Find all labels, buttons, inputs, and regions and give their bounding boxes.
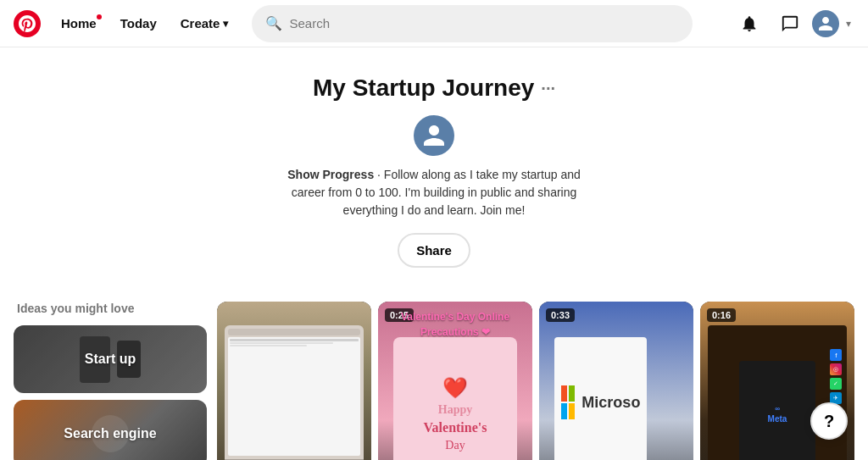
profile-chevron[interactable]: ▾: [843, 14, 854, 33]
duration-badge-4: 0:16: [707, 308, 736, 322]
nav-create[interactable]: Create ▾: [170, 9, 239, 37]
video-thumb-3: Microso: [539, 302, 693, 460]
video-grid: their email goes to this Google Sheet ❤️…: [217, 302, 854, 460]
create-chevron-icon: ▾: [223, 18, 228, 30]
header: Home Today Create ▾ 🔍 ▾: [0, 0, 868, 47]
sidebar-startup-label: Start up: [85, 352, 136, 367]
main-area: Ideas you might love Start up Search eng…: [0, 302, 868, 460]
more-options-icon[interactable]: ···: [541, 79, 555, 98]
avatar-user-icon: [421, 123, 447, 148]
search-icon: 🔍: [265, 15, 282, 31]
nav-home[interactable]: Home: [51, 9, 107, 37]
profile-title: My Startup Journey ···: [14, 75, 854, 102]
messages-button[interactable]: [771, 5, 809, 42]
page-content: My Startup Journey ··· Show Progress · F…: [0, 47, 868, 460]
video-card-2[interactable]: ❤️ Happy Valentine's Day 0:25 Valentine'…: [378, 302, 532, 460]
sidebar-item-startup[interactable]: Start up: [14, 325, 207, 393]
nav-today[interactable]: Today: [110, 9, 167, 37]
sidebar-title: Ideas you might love: [14, 302, 207, 315]
sidebar-search-label: Search engine: [64, 426, 156, 441]
pinterest-logo[interactable]: [14, 10, 41, 37]
sidebar: Ideas you might love Start up Search eng…: [14, 302, 217, 460]
search-input[interactable]: [289, 16, 679, 30]
header-icons: ▾: [731, 5, 854, 42]
chat-icon: [781, 14, 799, 33]
profile-section: My Startup Journey ··· Show Progress · F…: [0, 47, 868, 302]
profile-avatar-header[interactable]: [812, 10, 839, 37]
user-icon: [817, 15, 834, 32]
nav-links: Home Today Create ▾: [51, 9, 238, 37]
bell-icon: [740, 14, 759, 33]
help-button[interactable]: ?: [810, 402, 848, 440]
video-card-1[interactable]: their email goes to this Google Sheet: [217, 302, 371, 460]
duration-badge-3: 0:33: [546, 308, 575, 322]
share-button[interactable]: Share: [398, 233, 470, 268]
home-dot: [97, 14, 102, 19]
video-title-2: Valentine's Day Online Precautions ❤: [386, 308, 525, 339]
video-card-3[interactable]: Microso 0:33 Everybody's talking about M…: [539, 302, 693, 460]
video-thumb-1: [217, 302, 371, 460]
search-bar[interactable]: 🔍: [252, 5, 693, 42]
notifications-button[interactable]: [731, 5, 768, 42]
profile-description: Show Progress · Follow along as I take m…: [281, 166, 587, 219]
sidebar-item-search[interactable]: Search engine: [14, 400, 207, 460]
profile-avatar-main: [414, 115, 454, 156]
